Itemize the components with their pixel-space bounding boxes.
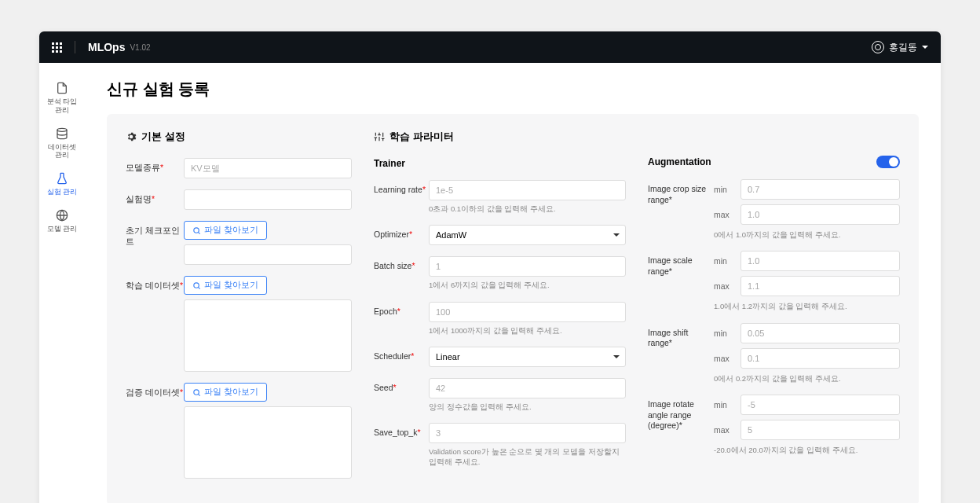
seed-label: Seed xyxy=(374,383,393,392)
topk-help: Validation score가 높은 순으로 몇 개의 모델을 저장할지 입… xyxy=(429,446,626,468)
aug-toggle[interactable] xyxy=(876,156,900,168)
lr-help: 0초과 0.1이하의 값을 입력해 주세요. xyxy=(429,204,626,214)
optimizer-select[interactable]: AdamW xyxy=(429,225,626,245)
svg-point-6 xyxy=(194,389,199,394)
sidebar-item-dataset[interactable]: 데이터셋 관리 xyxy=(39,121,85,167)
optimizer-label: Optimizer xyxy=(374,229,409,239)
svg-line-5 xyxy=(198,287,199,288)
rotate-min-input[interactable] xyxy=(740,395,900,415)
checkpoint-label: 초기 체크포인트 xyxy=(126,226,180,246)
train-ds-label: 학습 데이터셋 xyxy=(126,281,180,290)
epoch-label: Epoch xyxy=(374,307,397,316)
chevron-down-icon xyxy=(922,46,928,52)
shift-label: Image shift range xyxy=(648,328,688,348)
max-label: max xyxy=(714,354,734,363)
divider xyxy=(75,41,75,53)
user-icon xyxy=(872,41,884,53)
model-type-label: 모델종류 xyxy=(126,163,160,172)
sidebar-item-doc-type[interactable]: 분석 타입 관리 xyxy=(39,75,85,121)
max-label: max xyxy=(714,281,734,291)
user-menu[interactable]: 홍길동 xyxy=(872,41,928,54)
rotate-help: -20.0에서 20.0까지의 값을 입력해 주세요. xyxy=(714,445,900,455)
shift-min-input[interactable] xyxy=(740,323,900,343)
main-content: 신규 실험 등록 기본 설정 모델종류* 실험명* xyxy=(85,63,941,503)
min-label: min xyxy=(714,400,734,409)
checkpoint-browse-button[interactable]: 파일 찾아보기 xyxy=(184,221,267,240)
min-label: min xyxy=(714,256,734,266)
form-card: 기본 설정 모델종류* 실험명* 초기 체크포인트 xyxy=(107,114,919,503)
aug-subtitle: Augmentation xyxy=(648,156,900,168)
max-label: max xyxy=(714,210,734,219)
basic-section-title: 기본 설정 xyxy=(126,130,352,144)
svg-line-3 xyxy=(198,232,199,233)
epoch-input[interactable] xyxy=(429,302,626,322)
search-icon xyxy=(192,388,201,397)
search-icon xyxy=(192,281,201,290)
valid-ds-browse-button[interactable]: 파일 찾아보기 xyxy=(184,383,267,402)
train-ds-browse-button[interactable]: 파일 찾아보기 xyxy=(184,276,267,295)
topk-label: Save_top_k xyxy=(374,428,417,437)
flask-icon xyxy=(56,172,68,185)
model-type-input[interactable] xyxy=(184,158,352,178)
shift-max-input[interactable] xyxy=(740,348,900,369)
valid-ds-drop-area[interactable] xyxy=(184,406,352,479)
exp-name-label: 실험명 xyxy=(126,194,152,204)
batch-label: Batch size xyxy=(374,261,411,270)
document-icon xyxy=(56,82,68,94)
lr-label: Learning rate xyxy=(374,185,422,194)
version-label: V1.02 xyxy=(130,43,150,52)
seed-help: 양의 정수값을 입력해 주세요. xyxy=(429,402,626,412)
scale-help: 1.0에서 1.2까지의 값을 입력해 주세요. xyxy=(714,301,900,311)
train-ds-drop-area[interactable] xyxy=(184,299,352,372)
sidebar: 분석 타입 관리 데이터셋 관리 실험 관리 모델 관리 xyxy=(39,63,85,503)
brand-name: MLOps xyxy=(88,41,125,53)
batch-help: 1에서 6까지의 값을 입력해 주세요. xyxy=(429,280,626,290)
rotate-max-input[interactable] xyxy=(740,420,900,440)
user-name: 홍길동 xyxy=(889,41,917,54)
svg-point-4 xyxy=(194,282,199,287)
rotate-label: Image rotate angle range (degree) xyxy=(648,399,694,430)
shift-help: 0에서 0.2까지의 값을 입력해 주세요. xyxy=(714,373,900,384)
crop-help: 0에서 1.0까지의 값을 입력해 주세요. xyxy=(714,229,900,240)
svg-point-0 xyxy=(57,128,67,131)
sidebar-item-experiment[interactable]: 실험 관리 xyxy=(39,166,85,203)
trainer-subtitle: Trainer xyxy=(374,158,626,169)
topk-input[interactable] xyxy=(429,423,626,443)
globe-icon xyxy=(56,209,68,222)
apps-grid-icon[interactable] xyxy=(52,42,62,53)
scheduler-select[interactable]: Linear xyxy=(429,347,626,367)
database-icon xyxy=(56,127,68,140)
app-window: MLOps V1.02 홍길동 분석 타입 관리 데이터셋 관리 실험 관리 xyxy=(39,31,941,503)
crop-label: Image crop size range xyxy=(648,184,706,204)
scale-min-input[interactable] xyxy=(740,251,900,271)
params-section-title: 학습 파라미터 xyxy=(374,130,626,144)
batch-input[interactable] xyxy=(429,256,626,277)
scale-max-input[interactable] xyxy=(740,276,900,296)
lr-input[interactable] xyxy=(429,180,626,200)
min-label: min xyxy=(714,329,734,338)
page-title: 신규 실험 등록 xyxy=(107,79,919,100)
crop-max-input[interactable] xyxy=(740,204,900,225)
top-header: MLOps V1.02 홍길동 xyxy=(39,31,941,63)
max-label: max xyxy=(714,425,734,435)
gear-icon xyxy=(126,131,137,142)
min-label: min xyxy=(714,185,734,194)
exp-name-input[interactable] xyxy=(184,189,352,210)
svg-line-7 xyxy=(198,394,199,395)
search-icon xyxy=(192,226,201,235)
valid-ds-label: 검증 데이터셋 xyxy=(126,387,180,397)
sliders-icon xyxy=(374,131,385,142)
epoch-help: 1에서 1000까지의 값을 입력해 주세요. xyxy=(429,325,626,336)
seed-input[interactable] xyxy=(429,378,626,398)
crop-min-input[interactable] xyxy=(740,179,900,200)
scheduler-label: Scheduler xyxy=(374,351,411,361)
sidebar-item-model[interactable]: 모델 관리 xyxy=(39,203,85,240)
checkpoint-input[interactable] xyxy=(184,244,352,265)
svg-point-2 xyxy=(194,227,199,232)
